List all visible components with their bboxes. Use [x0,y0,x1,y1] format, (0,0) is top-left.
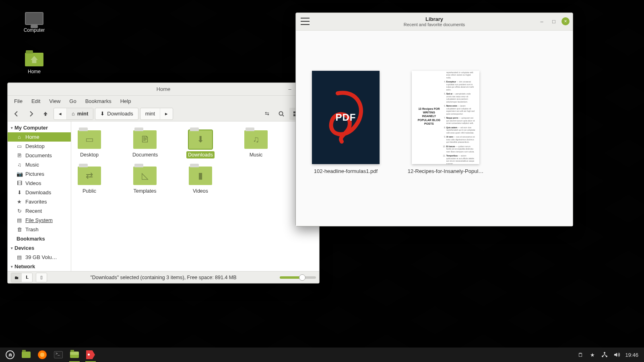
document-pdf[interactable]: PDF 102-headline-formulas1.pdf [305,71,386,174]
menu-bookmarks[interactable]: Bookmarks [81,97,116,105]
minimize-button[interactable]: – [285,84,294,93]
folder-icon [22,352,31,358]
folder-label: Public [75,187,103,195]
titlebar[interactable]: Home – □ × [8,83,319,96]
desktop-icon-label: Computer [16,27,52,33]
titlebar[interactable]: Library Recent and favorite documents – … [296,13,573,31]
nav-up-button[interactable] [39,108,52,120]
tray-volume-icon[interactable] [613,351,620,358]
sidebar-item-desktop[interactable]: ▭Desktop [8,142,71,151]
menu-help[interactable]: Help [116,97,135,105]
taskbar-terminal[interactable] [52,349,65,361]
chevron-down-icon: ▾ [11,246,13,250]
places-mode-button[interactable]: 🖿 [11,273,22,282]
menu-edit[interactable]: Edit [27,97,44,105]
slider-handle[interactable] [299,274,305,281]
tag-icon [86,350,95,359]
sidebar-item-icon: ↻ [17,208,22,214]
zoom-slider[interactable] [280,276,316,279]
folder-public[interactable]: ⇄Public [75,162,103,195]
tray-network-icon[interactable] [601,351,608,358]
folder-icon: ♫ [244,130,268,149]
sidebar-section-network[interactable]: ▾ Network [8,262,71,271]
statusbar: 🖿 𝗟 ▯ "Downloads" selected (containing 3… [8,271,319,283]
tree-mode-button[interactable]: 𝗟 [22,273,32,282]
folder-downloads[interactable]: ⬇Downloads [186,126,215,158]
file-grid[interactable]: ▭Desktop🖹Documents⬇Downloads♫Music▣Pictu… [71,121,319,271]
desktop-icon-computer[interactable]: Computer [16,12,52,33]
folder-documents[interactable]: 🖹Documents [131,126,159,158]
sidebar-item-documents[interactable]: 🖹Documents [8,151,71,160]
maximize-button[interactable]: □ [549,17,558,26]
show-desktop-button[interactable] [19,349,33,361]
close-button[interactable]: × [561,17,570,25]
hamburger-button[interactable] [301,18,310,25]
minimize-button[interactable]: – [537,17,546,26]
folder-desktop[interactable]: ▭Desktop [75,126,103,158]
folder-label: Documents [131,151,159,158]
sidebar-item-label: File System [25,217,53,223]
menu-file[interactable]: File [10,97,27,105]
sidebar-item-music[interactable]: ♫Music [8,160,71,169]
nav-forward-button[interactable] [25,108,37,120]
sidebar-section-devices[interactable]: ▾ Devices [8,243,71,253]
nav-back-button[interactable] [10,108,23,120]
taskbar-firefox[interactable] [35,349,49,361]
folder-icon [25,53,43,66]
folder-icon: ▮ [189,167,212,185]
sidebar-item-pictures[interactable]: 📷Pictures [8,169,71,179]
path-next-button[interactable]: ▸ [160,108,173,119]
tray-favorites-icon[interactable]: ★ [589,351,596,358]
taskbar-clock[interactable]: 19:46 [625,352,638,358]
sidebar-section-label: Devices [14,245,34,251]
sidebar-item-downloads[interactable]: ⬇Downloads [8,188,71,197]
sidebar-section-bookmarks[interactable]: Bookmarks [8,234,71,243]
window-subtitle: Recent and favorite documents [296,22,573,27]
sidebar-item-icon: 📷 [17,171,22,177]
path-prev-button[interactable]: ◂ [54,108,67,119]
folder-videos[interactable]: ▮Videos [186,162,215,195]
sidebar-section-label: My Computer [14,125,48,131]
path-label: mint [145,111,155,117]
sidebar-item-label: Music [25,162,39,168]
sidebar-item-icon: 🎞 [17,180,22,186]
sidebar-item-recent[interactable]: ↻Recent [8,206,71,216]
single-pane-button[interactable]: ▯ [36,273,47,282]
folder-label: Desktop [75,151,103,158]
taskbar-files[interactable] [68,349,81,361]
search-button[interactable] [275,108,288,120]
start-menu-button[interactable]: ⋒ [3,349,17,361]
home-icon: ⌂ [72,111,75,117]
menu-go[interactable]: Go [65,97,80,105]
path-segment-downloads[interactable]: ⬇ Downloads [95,108,138,120]
sidebar-item-file-system[interactable]: ▤File System [8,216,71,225]
path-root[interactable]: ⌂ mint [67,108,93,119]
tray-updates-icon[interactable]: 🗒 [577,351,584,358]
sidebar-item-label: Recent [25,208,42,214]
path-segment-mint[interactable]: mint ▸ [140,108,173,120]
sidebar-section-mycomputer[interactable]: ▾ My Computer [8,123,71,132]
document-paper[interactable]: 13 Recipes FOR WRITING INSANELY POPULAR … [405,71,486,174]
sidebar-item-favorites[interactable]: ★Favorites [8,197,71,206]
folder-label: Templates [131,187,159,195]
toggle-location-button[interactable]: ⇆ [260,108,273,120]
toolbar: ◂ ⌂ mint ⬇ Downloads mint ▸ ⇆ ≡ [8,106,319,121]
folder-templates[interactable]: ◺Templates [131,162,159,195]
folder-icon: ⇄ [78,167,101,185]
sidebar-item-home[interactable]: ⌂Home [8,132,71,142]
file-manager-window: Home – □ × File Edit View Go Bookmarks H… [7,82,320,284]
sidebar-item-device[interactable]: ▤ 39 GB Volu… [8,253,71,262]
sidebar-item-label: Favorites [25,199,47,205]
pdf-label: PDF [336,112,356,123]
sidebar-item-label: Trash [25,226,39,232]
sidebar-item-videos[interactable]: 🎞Videos [8,179,71,188]
taskbar-app[interactable] [84,349,97,361]
sidebar: ▾ My Computer ⌂Home▭Desktop🖹Documents♫Mu… [8,121,71,271]
folder-icon: ▭ [78,130,101,149]
sidebar-item-label: Home [25,134,39,140]
sidebar-item-trash[interactable]: 🗑Trash [8,225,71,234]
sidebar-mode-toggle: 🖿 𝗟 [11,273,33,282]
desktop-icon-home[interactable]: Home [16,50,52,74]
folder-music[interactable]: ♫Music [242,126,270,158]
menu-view[interactable]: View [45,97,64,105]
